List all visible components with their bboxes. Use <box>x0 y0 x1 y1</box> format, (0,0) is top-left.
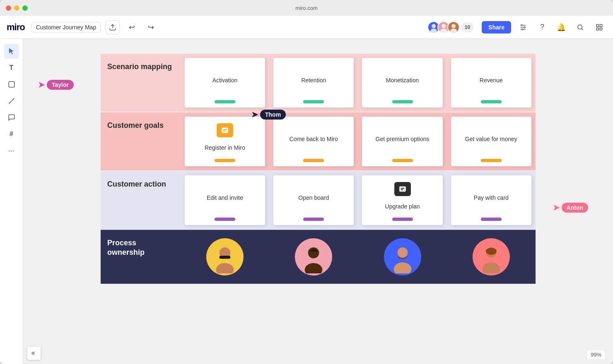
svg-point-5 <box>450 29 457 33</box>
app-header: miro Customer Journey Map ↩ ↪ <box>0 16 613 39</box>
line-tool[interactable] <box>4 93 19 108</box>
svg-rect-13 <box>596 24 599 26</box>
avatar-3 <box>447 21 460 34</box>
comeback-card[interactable]: Come back to Miro <box>273 117 354 166</box>
retention-cell: Retention <box>269 54 358 112</box>
open-board-cell: Open board <box>269 171 358 230</box>
cursor-taylor-label: Taylor <box>47 80 74 90</box>
canvas-area[interactable]: ➤ Taylor Scenario mapping Activation <box>23 39 613 364</box>
pay-card-text: Pay with card <box>456 182 526 213</box>
action-row: Customer action Edit and invite <box>101 171 536 230</box>
window-title: miro.com <box>295 5 317 11</box>
svg-rect-22 <box>399 187 406 192</box>
activation-tag <box>215 100 235 103</box>
register-tag <box>215 159 235 162</box>
revenue-text: Revenue <box>456 65 526 96</box>
svg-line-18 <box>9 98 14 104</box>
title-bar: miro.com <box>0 0 613 16</box>
sticky-icon-dark <box>394 182 411 196</box>
process-avatar-4 <box>473 238 510 275</box>
upgrade-text: Upgrade plan <box>367 199 437 213</box>
svg-point-33 <box>397 247 408 258</box>
edit-invite-text: Edit and invite <box>190 182 260 213</box>
maximize-button[interactable] <box>22 5 28 11</box>
value-text: Get value for money <box>456 123 526 155</box>
premium-card[interactable]: Get premium options <box>362 117 442 166</box>
svg-point-11 <box>522 29 523 30</box>
activation-card[interactable]: Activation <box>185 58 265 108</box>
cursor-taylor: ➤ Taylor <box>38 79 74 90</box>
select-tool[interactable] <box>4 44 19 59</box>
help-icon[interactable]: ? <box>535 20 549 34</box>
retention-tag <box>303 100 324 103</box>
sticky-tool[interactable] <box>4 77 19 92</box>
activation-cell: Activation <box>181 54 269 112</box>
action-label: Customer action <box>101 171 181 230</box>
traffic-lights <box>6 5 28 11</box>
frame-tool[interactable]: # <box>4 127 19 141</box>
premium-cell: Get premium options <box>358 112 446 171</box>
nav-arrow-button[interactable] <box>27 347 41 360</box>
export-button[interactable] <box>106 20 120 34</box>
revenue-card[interactable]: Revenue <box>451 58 531 108</box>
edit-invite-cell: Edit and invite <box>181 171 269 230</box>
monetization-text: Monetization <box>367 65 437 96</box>
comeback-cell: Come back to Miro <box>269 112 358 171</box>
svg-point-2 <box>442 24 446 28</box>
value-tag <box>481 159 502 162</box>
comment-tool[interactable] <box>4 110 19 125</box>
svg-point-10 <box>524 26 525 28</box>
comeback-tag <box>303 159 324 162</box>
value-card[interactable]: Get value for money <box>451 117 531 166</box>
open-board-card[interactable]: Open board <box>273 175 354 225</box>
process-row: Process ownership <box>101 230 536 284</box>
zoom-indicator: 99% <box>587 350 605 359</box>
main-area: T # ··· ➤ Ta <box>0 39 613 364</box>
miro-logo[interactable]: miro <box>7 22 25 33</box>
svg-point-3 <box>440 29 447 33</box>
pay-card-cell: Pay with card <box>447 171 536 230</box>
svg-rect-28 <box>220 256 231 259</box>
retention-card[interactable]: Retention <box>273 58 354 108</box>
svg-rect-15 <box>596 28 599 30</box>
process-avatar-1-cell <box>181 230 269 284</box>
monetization-cell: Monetization <box>358 54 446 112</box>
monetization-card[interactable]: Monetization <box>362 58 442 108</box>
collaborator-count: 10 <box>461 22 473 32</box>
upgrade-tag <box>392 218 413 221</box>
upgrade-card[interactable]: Upgrade plan <box>362 175 442 225</box>
process-avatar-3 <box>384 238 421 275</box>
pay-card-card[interactable]: Pay with card <box>451 175 531 225</box>
process-avatar-3-cell <box>358 230 446 284</box>
notifications-icon[interactable]: 🔔 <box>554 20 568 34</box>
edit-invite-card[interactable]: Edit and invite <box>185 175 265 225</box>
svg-point-9 <box>521 24 522 26</box>
process-avatar-2-cell <box>269 230 358 284</box>
svg-rect-16 <box>600 28 602 30</box>
svg-rect-19 <box>222 128 228 133</box>
svg-point-4 <box>451 24 456 28</box>
cursor-anton: ➤ Anton <box>553 202 588 213</box>
share-button[interactable]: Share <box>482 21 511 34</box>
process-avatar-2 <box>295 238 332 275</box>
undo-button[interactable]: ↩ <box>125 20 139 34</box>
redo-button[interactable]: ↪ <box>144 20 158 34</box>
minimize-button[interactable] <box>14 5 19 11</box>
menu-icon[interactable] <box>592 20 606 34</box>
register-card[interactable]: Register in Miro <box>185 117 265 166</box>
board-title[interactable]: Customer Journey Map <box>31 22 101 33</box>
more-tools[interactable]: ··· <box>4 143 19 158</box>
collaborators: 10 <box>427 21 473 34</box>
text-tool[interactable]: T <box>4 60 19 75</box>
board: Scenario mapping Activation <box>101 54 536 284</box>
value-cell: Get value for money <box>447 112 536 171</box>
search-icon[interactable] <box>573 20 587 34</box>
upgrade-cell: Upgrade plan <box>358 171 446 230</box>
close-button[interactable] <box>6 5 11 11</box>
revenue-tag <box>481 100 502 103</box>
pay-card-tag <box>481 218 502 221</box>
open-board-tag <box>303 218 324 221</box>
settings-icon[interactable] <box>516 20 530 34</box>
left-toolbar: T # ··· <box>0 39 23 364</box>
open-board-text: Open board <box>278 182 349 213</box>
